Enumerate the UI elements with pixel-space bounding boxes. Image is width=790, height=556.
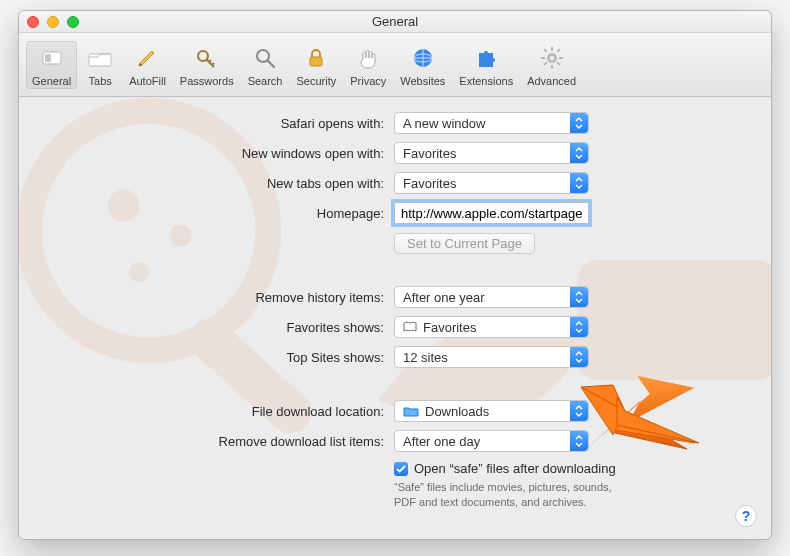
select-value: 12 sites [403,350,448,365]
toolbar-label: Privacy [350,75,386,87]
select-top-sites-shows[interactable]: 12 sites [394,346,589,368]
key-icon [192,43,222,73]
toolbar-label: AutoFill [129,75,166,87]
hand-icon [353,43,383,73]
select-remove-history[interactable]: After one year [394,286,589,308]
folder-icon [403,405,419,417]
help-button[interactable]: ? [735,505,757,527]
select-new-tabs-open-with[interactable]: Favorites [394,172,589,194]
label-favorites-shows: Favorites shows: [39,320,394,335]
svg-rect-20 [543,48,547,52]
svg-point-24 [549,55,553,59]
content-area: Safari opens with: A new window New wind… [19,97,771,539]
switch-icon [37,43,67,73]
select-value: After one year [403,290,485,305]
svg-rect-16 [551,47,553,51]
toolbar-item-advanced[interactable]: Advanced [521,41,582,89]
label-safari-opens-with: Safari opens with: [39,116,394,131]
label-new-tabs-open-with: New tabs open with: [39,176,394,191]
label-new-windows-open-with: New windows open with: [39,146,394,161]
open-safe-files-checkbox[interactable] [394,462,408,476]
puzzle-icon [471,43,501,73]
check-icon [396,464,406,474]
chevron-updown-icon [570,287,588,307]
set-current-page-button[interactable]: Set to Current Page [394,233,535,254]
label-file-download-location: File download location: [39,404,394,419]
svg-rect-21 [556,61,560,65]
chevron-updown-icon [570,173,588,193]
select-value: Downloads [425,404,489,419]
open-safe-files-label: Open “safe” files after downloading [414,461,616,476]
select-favorites-shows[interactable]: Favorites [394,316,589,338]
label-remove-downloads: Remove download list items: [39,434,394,449]
svg-rect-19 [559,57,563,59]
chevron-updown-icon [570,143,588,163]
toolbar-label: Search [248,75,283,87]
toolbar-label: Passwords [180,75,234,87]
chevron-updown-icon [570,401,588,421]
toolbar-label: Advanced [527,75,576,87]
toolbar-label: Websites [400,75,445,87]
gear-icon [537,43,567,73]
select-value: After one day [403,434,480,449]
globe-icon [408,43,438,73]
toolbar-item-autofill[interactable]: AutoFill [123,41,172,89]
svg-rect-8 [89,54,111,66]
toolbar-item-websites[interactable]: Websites [394,41,451,89]
toolbar-item-search[interactable]: Search [242,41,289,89]
toolbar-item-security[interactable]: Security [290,41,342,89]
svg-rect-12 [310,57,322,66]
select-remove-downloads[interactable]: After one day [394,430,589,452]
toolbar-item-tabs[interactable]: Tabs [79,41,121,89]
tabs-icon [85,43,115,73]
toolbar-label: General [32,75,71,87]
label-remove-history: Remove history items: [39,290,394,305]
toolbar-item-privacy[interactable]: Privacy [344,41,392,89]
chevron-updown-icon [570,431,588,451]
safe-files-help-text: “Safe” files include movies, pictures, s… [394,480,634,510]
toolbar-label: Security [296,75,336,87]
chevron-updown-icon [570,113,588,133]
chevron-updown-icon [570,317,588,337]
toolbar-item-general[interactable]: General [26,41,77,89]
button-label: Set to Current Page [407,236,522,251]
select-value: Favorites [403,146,456,161]
svg-rect-17 [551,65,553,69]
svg-rect-22 [556,48,560,52]
preferences-window: General General Tabs AutoFill [18,10,772,540]
toolbar-item-passwords[interactable]: Passwords [174,41,240,89]
svg-rect-18 [541,57,545,59]
window-title: General [19,14,771,29]
pencil-icon [132,43,162,73]
select-file-download-location[interactable]: Downloads [394,400,589,422]
toolbar-label: Tabs [89,75,112,87]
book-icon [403,321,417,333]
chevron-updown-icon [570,347,588,367]
select-value: A new window [403,116,485,131]
svg-rect-23 [543,61,547,65]
toolbar-item-extensions[interactable]: Extensions [453,41,519,89]
search-icon [250,43,280,73]
select-new-windows-open-with[interactable]: Favorites [394,142,589,164]
preferences-toolbar: General Tabs AutoFill Passwords [19,33,771,97]
select-value: Favorites [403,176,456,191]
select-safari-opens-with[interactable]: A new window [394,112,589,134]
select-value: Favorites [423,320,476,335]
homepage-input[interactable] [394,202,589,224]
lock-icon [301,43,331,73]
titlebar: General [19,11,771,33]
svg-line-11 [268,61,274,67]
label-top-sites-shows: Top Sites shows: [39,350,394,365]
label-homepage: Homepage: [39,206,394,221]
svg-rect-7 [45,54,51,62]
help-icon: ? [742,508,751,524]
toolbar-label: Extensions [459,75,513,87]
